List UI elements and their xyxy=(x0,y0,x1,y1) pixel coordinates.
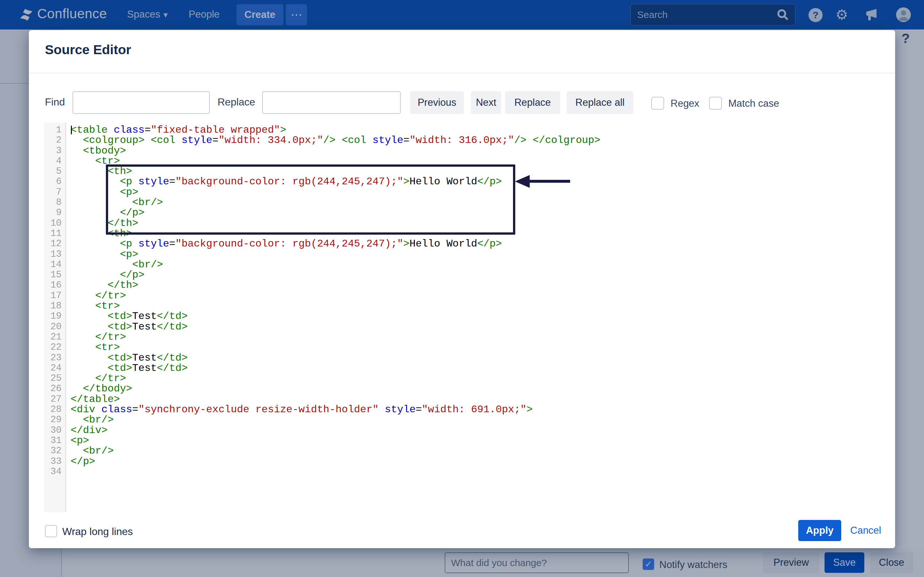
line-number: 8 xyxy=(44,197,65,208)
code-line[interactable]: <p> xyxy=(71,436,887,446)
replace-all-button[interactable]: Replace all xyxy=(567,91,633,114)
line-number: 26 xyxy=(44,384,65,394)
line-number: 33 xyxy=(44,456,65,467)
find-label: Find xyxy=(45,96,65,108)
code-line[interactable]: <tr> xyxy=(71,301,887,311)
line-number: 29 xyxy=(44,415,65,425)
code-line[interactable]: <colgroup> <col style="width: 334.0px;"/… xyxy=(71,135,887,145)
line-number: 19 xyxy=(44,311,65,322)
replace-button[interactable]: Replace xyxy=(505,91,560,114)
replace-input[interactable] xyxy=(263,92,400,113)
text-cursor xyxy=(71,126,72,134)
screen: Confluence Spaces▾ People Create ⋯ ? ⚙ xyxy=(0,0,924,577)
next-button[interactable]: Next xyxy=(471,91,501,114)
line-number: 28 xyxy=(44,405,65,415)
code-line[interactable]: <br/> xyxy=(71,415,887,425)
code-line[interactable]: </div> xyxy=(71,425,887,436)
line-number: 15 xyxy=(44,270,65,280)
line-number: 7 xyxy=(44,187,65,197)
line-number-gutter: 1234567891011121314151617181920212223242… xyxy=(44,122,66,512)
line-number: 1 xyxy=(44,125,65,135)
annotation-highlight-box xyxy=(106,164,515,235)
line-number: 5 xyxy=(44,166,65,177)
line-number: 10 xyxy=(44,218,65,229)
annotation-arrow-line xyxy=(528,180,570,183)
find-input[interactable] xyxy=(73,92,209,113)
regex-checkbox[interactable] xyxy=(651,97,664,110)
title-divider xyxy=(29,73,895,73)
line-number: 13 xyxy=(44,250,65,259)
replace-field xyxy=(262,91,401,114)
line-number: 2 xyxy=(44,135,65,145)
match-case-checkbox[interactable] xyxy=(709,97,722,110)
code-line[interactable]: <td>Test</td> xyxy=(71,311,887,322)
code-line[interactable]: <br/> xyxy=(71,446,887,456)
line-number: 22 xyxy=(44,342,65,353)
code-line[interactable]: <p> xyxy=(71,250,887,259)
code-line[interactable]: <tr> xyxy=(71,342,887,353)
wrap-long-lines-label: Wrap long lines xyxy=(62,526,133,538)
line-number: 30 xyxy=(44,425,65,436)
code-line[interactable]: <div class="synchrony-exclude resize-wid… xyxy=(71,405,887,415)
find-field xyxy=(73,91,210,114)
code-line[interactable]: </p> xyxy=(71,270,887,280)
code-line[interactable]: <tbody> xyxy=(71,146,887,156)
code-line[interactable]: <br/> xyxy=(71,259,887,270)
apply-button[interactable]: Apply xyxy=(798,520,841,541)
code-line[interactable]: </tbody> xyxy=(71,384,887,394)
code-line[interactable]: </th> xyxy=(71,280,887,290)
line-number: 14 xyxy=(44,259,65,270)
line-number: 12 xyxy=(44,239,65,249)
line-number: 16 xyxy=(44,280,65,290)
line-number: 4 xyxy=(44,156,65,166)
line-number: 11 xyxy=(44,229,65,239)
code-line[interactable]: </p> xyxy=(71,456,887,467)
code-line[interactable]: </table> xyxy=(71,394,887,405)
code-line[interactable]: <td>Test</td> xyxy=(71,322,887,332)
code-line[interactable]: <td>Test</td> xyxy=(71,363,887,374)
line-number: 23 xyxy=(44,353,65,363)
line-number: 21 xyxy=(44,332,65,342)
line-number: 9 xyxy=(44,208,65,218)
line-number: 27 xyxy=(44,394,65,405)
code-line[interactable]: <td>Test</td> xyxy=(71,353,887,363)
line-number: 3 xyxy=(44,146,65,156)
wrap-long-lines-checkbox[interactable] xyxy=(45,525,57,537)
line-number: 31 xyxy=(44,436,65,446)
match-case-label: Match case xyxy=(728,98,779,109)
line-number: 6 xyxy=(44,177,65,187)
line-number: 25 xyxy=(44,374,65,384)
dialog-title: Source Editor xyxy=(45,42,131,57)
code-line[interactable]: </tr> xyxy=(71,291,887,301)
code-editor[interactable]: 1234567891011121314151617181920212223242… xyxy=(44,122,887,512)
line-number: 32 xyxy=(44,446,65,456)
code-line[interactable]: </tr> xyxy=(71,374,887,384)
line-number: 34 xyxy=(44,467,65,477)
line-number: 18 xyxy=(44,301,65,311)
regex-label: Regex xyxy=(670,98,699,109)
line-number: 24 xyxy=(44,363,65,374)
line-number: 20 xyxy=(44,322,65,332)
code-line[interactable]: <p style="background-color: rgb(244,245,… xyxy=(71,239,887,249)
previous-button[interactable]: Previous xyxy=(410,91,464,114)
code-line[interactable]: <table class="fixed-table wrapped"> xyxy=(71,125,887,135)
cancel-button[interactable]: Cancel xyxy=(850,525,881,536)
line-number: 17 xyxy=(44,291,65,301)
replace-label: Replace xyxy=(218,96,255,108)
code-line[interactable]: </tr> xyxy=(71,332,887,342)
code-line[interactable] xyxy=(71,467,887,477)
source-editor-dialog: Source Editor Find Replace Previous Next… xyxy=(29,30,895,548)
